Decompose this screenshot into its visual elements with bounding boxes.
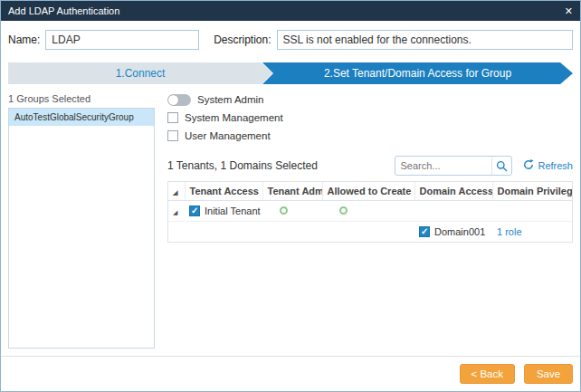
domain-privileges-link[interactable]: 1 role <box>497 226 522 237</box>
system-admin-label: System Admin <box>197 94 264 105</box>
dialog-footer: < Back Save <box>1 356 580 391</box>
column-domain-access[interactable]: Domain Access <box>414 182 492 200</box>
search-input[interactable] <box>395 160 491 171</box>
domain-name: Domain001 <box>434 226 485 237</box>
groups-panel: 1 Groups Selected AutoTestGlobalSecurity… <box>8 93 155 349</box>
column-tenant-admin[interactable]: Tenant Admin... <box>262 182 322 200</box>
refresh-label: Refresh <box>538 160 573 171</box>
groups-list: AutoTestGlobalSecurityGroup <box>8 108 155 349</box>
system-management-checkbox[interactable] <box>167 112 178 123</box>
tenant-name: Initial Tenant <box>205 206 261 216</box>
domain-access-checkbox[interactable] <box>419 226 430 237</box>
search-icon[interactable] <box>491 157 511 175</box>
wizard-step-tenant-domain-access[interactable]: 2.Set Tenant/Domain Access for Group <box>262 62 573 84</box>
user-management-label: User Management <box>185 130 271 141</box>
row-expander-icon[interactable]: ◢ <box>173 209 177 215</box>
table-row-tenant: ◢ Initial Tenant <box>168 200 572 221</box>
wizard-steps: 1.Connect 2.Set Tenant/Domain Access for… <box>8 62 573 84</box>
user-management-row: User Management <box>167 129 573 142</box>
name-input[interactable] <box>45 30 199 50</box>
allowed-create-status-icon[interactable] <box>339 206 348 215</box>
table-header-row: ◢ Tenant Access Tenant Admin... Allowed … <box>168 182 572 200</box>
access-panel: System Admin System Management User Mana… <box>167 93 573 349</box>
close-icon[interactable]: ✕ <box>565 6 573 16</box>
column-allowed-to-create-domain[interactable]: Allowed to Create Domain ... <box>322 182 414 200</box>
tenant-access-checkbox[interactable] <box>189 206 200 216</box>
user-management-checkbox[interactable] <box>167 130 178 141</box>
system-admin-row: System Admin <box>167 93 573 106</box>
collapse-all-icon[interactable]: ◢ <box>173 189 177 196</box>
refresh-icon <box>523 159 534 172</box>
table-row-domain: Domain001 1 role <box>168 221 572 242</box>
selection-summary: 1 Tenants, 1 Domains Selected <box>167 159 395 172</box>
group-list-item[interactable]: AutoTestGlobalSecurityGroup <box>9 109 154 126</box>
refresh-button[interactable]: Refresh <box>523 159 573 172</box>
tenant-summary-row: 1 Tenants, 1 Domains Selected <box>167 156 573 176</box>
collapse-all-header[interactable]: ◢ <box>168 182 185 200</box>
description-label: Description: <box>214 33 271 46</box>
name-label: Name: <box>8 33 40 46</box>
system-management-label: System Management <box>185 112 283 123</box>
dialog-body: 1 Groups Selected AutoTestGlobalSecurity… <box>1 84 580 356</box>
add-ldap-authentication-dialog: Add LDAP Authentication ✕ Name: Descript… <box>0 0 581 392</box>
titlebar: Add LDAP Authentication ✕ <box>1 1 580 21</box>
form-row: Name: Description: <box>1 21 580 55</box>
column-domain-privileges[interactable]: Domain Privileges <box>492 182 572 200</box>
column-tenant-access[interactable]: Tenant Access <box>185 182 262 200</box>
system-management-row: System Management <box>167 111 573 124</box>
dialog-title: Add LDAP Authentication <box>8 5 119 16</box>
tenants-table: ◢ Tenant Access Tenant Admin... Allowed … <box>167 181 573 243</box>
back-button[interactable]: < Back <box>460 364 515 384</box>
groups-selected-header: 1 Groups Selected <box>8 93 155 104</box>
system-admin-toggle[interactable] <box>167 94 191 106</box>
search-box <box>395 156 512 176</box>
wizard-step-connect[interactable]: 1.Connect <box>8 62 272 84</box>
save-button[interactable]: Save <box>524 364 573 384</box>
description-input[interactable] <box>277 30 574 50</box>
tenant-admin-status-icon[interactable] <box>280 206 288 215</box>
